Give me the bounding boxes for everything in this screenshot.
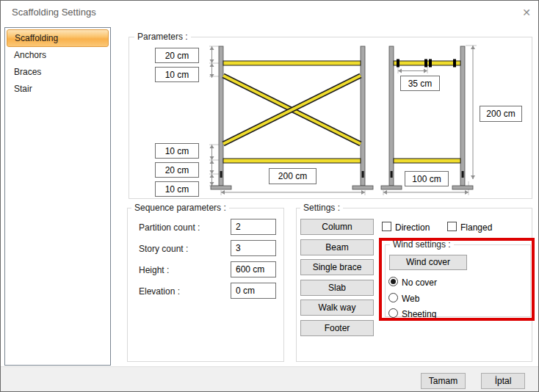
category-sidebar: Scaffolding Anchors Braces Stair — [4, 27, 111, 366]
footer-button[interactable]: Footer — [300, 320, 374, 336]
sidebar-item-stair[interactable]: Stair — [7, 81, 109, 98]
no-cover-radio-label: No cover — [402, 277, 437, 288]
column-button[interactable]: Column — [300, 219, 374, 235]
elevation-input[interactable] — [231, 283, 276, 299]
dim-frame-depth: 100 cm — [405, 171, 449, 186]
flanged-checkbox-label: Flanged — [460, 222, 492, 233]
ok-button[interactable]: Tamam — [421, 373, 466, 389]
slab-button[interactable]: Slab — [300, 280, 374, 296]
sidebar-item-anchors[interactable]: Anchors — [7, 47, 109, 64]
height-input[interactable] — [231, 261, 276, 277]
elevation-label: Elevation : — [139, 286, 180, 297]
sheeting-radio-label: Sheeting — [402, 309, 436, 319]
flanged-checkbox[interactable] — [447, 222, 457, 231]
direction-checkbox-label: Direction — [395, 222, 430, 233]
dim-top-spacing: 10 cm — [155, 67, 199, 82]
dim-bottom-spacing-3: 10 cm — [155, 181, 199, 197]
single-brace-button[interactable]: Single brace — [300, 259, 374, 275]
dim-frame-height: 200 cm — [480, 106, 522, 122]
dim-bottom-spacing-1: 10 cm — [155, 143, 199, 159]
sheeting-radio[interactable] — [388, 308, 398, 318]
title-bar: Scaffolding Settings ✕ — [1, 1, 538, 23]
dialog-footer: Tamam İptal — [1, 366, 538, 392]
web-radio[interactable] — [388, 293, 398, 302]
beam-button[interactable]: Beam — [300, 239, 374, 255]
dim-top-offset: 20 cm — [155, 48, 199, 63]
cancel-button[interactable]: İptal — [481, 373, 525, 389]
height-label: Height : — [139, 265, 169, 275]
sequence-group-label: Sequence parameters : — [131, 203, 229, 213]
dim-bottom-spacing-2: 20 cm — [155, 162, 199, 178]
partition-count-input[interactable] — [231, 219, 276, 235]
dialog-title: Scaffolding Settings — [12, 7, 96, 18]
sidebar-item-scaffolding[interactable]: Scaffolding — [7, 29, 109, 47]
scaffolding-settings-dialog: Scaffolding Settings ✕ Scaffolding Ancho… — [0, 0, 539, 392]
settings-group-label: Settings : — [300, 203, 343, 213]
no-cover-radio[interactable] — [388, 277, 398, 286]
close-icon[interactable]: ✕ — [516, 4, 537, 21]
wind-settings-group-label: Wind settings : — [390, 239, 454, 250]
story-count-input[interactable] — [231, 240, 276, 256]
story-count-label: Story count : — [139, 244, 188, 254]
sidebar-item-braces[interactable]: Braces — [7, 64, 109, 81]
web-radio-label: Web — [402, 294, 419, 304]
dim-clamp-spacing: 35 cm — [400, 76, 440, 91]
direction-checkbox[interactable] — [382, 222, 391, 231]
partition-count-label: Partition count : — [139, 222, 200, 233]
dim-bay-width: 200 cm — [269, 168, 316, 184]
wind-cover-button[interactable]: Wind cover — [389, 255, 467, 270]
walk-way-button[interactable]: Walk way — [300, 300, 374, 316]
